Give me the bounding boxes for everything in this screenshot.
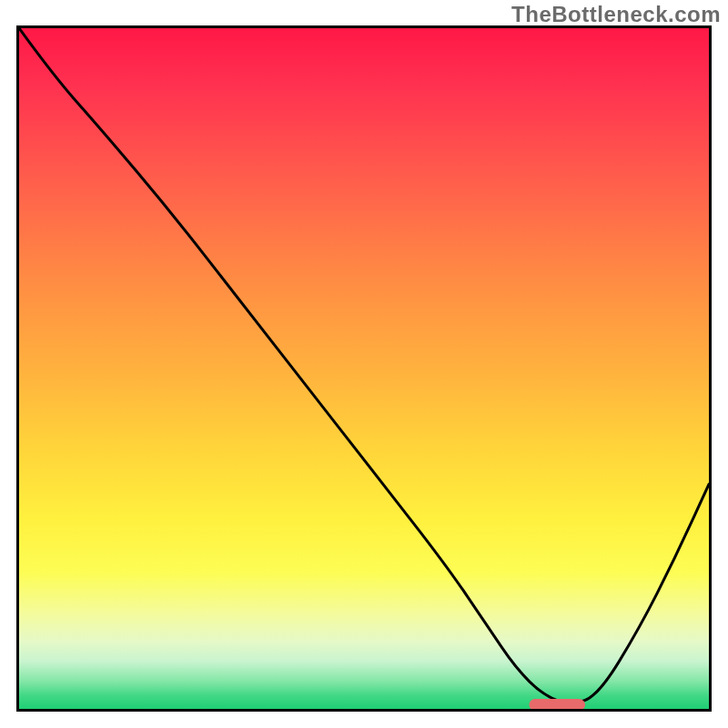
curve-svg <box>19 28 709 709</box>
optimal-range-marker <box>530 700 585 709</box>
bottleneck-curve <box>19 28 709 703</box>
plot-area <box>16 25 712 712</box>
chart-stage: TheBottleneck.com <box>0 0 728 728</box>
watermark-text: TheBottleneck.com <box>511 2 721 27</box>
